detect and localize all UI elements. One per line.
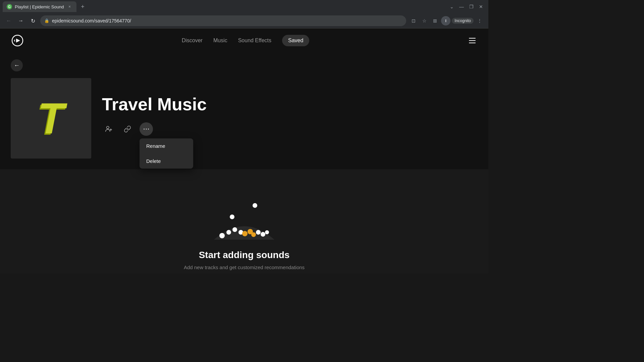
sound-visualization [197,196,291,250]
empty-state-title: Start adding sounds [199,250,290,260]
rename-option[interactable]: Rename [140,138,193,154]
extensions-icon[interactable]: ⋮ [475,16,484,25]
sidebar-toggle-icon[interactable]: ⊞ [430,16,440,25]
back-browser-button[interactable]: ← [4,16,13,25]
hamburger-menu[interactable] [467,35,478,46]
delete-option[interactable]: Delete [140,154,193,169]
playlist-info: Travel Music [102,78,478,136]
back-page-button[interactable]: ← [11,59,23,71]
playlist-actions: Rename Delete [102,122,478,136]
more-options-dropdown: Rename Delete [140,138,193,169]
app-container: Discover Music Sound Effects Saved ← T T… [0,28,488,274]
app-logo[interactable] [11,34,24,47]
svg-point-18 [265,230,269,234]
svg-point-1 [107,126,109,129]
nav-right [467,35,478,46]
incognito-badge: Incognito [452,18,474,24]
hamburger-line-2 [469,40,476,41]
nav-links: Discover Music Sound Effects Saved [182,35,310,46]
empty-state-subtitle: Add new tracks and get customized recomm… [184,264,305,270]
hamburger-line-1 [469,38,476,39]
more-icon [143,125,150,133]
toolbar-actions: ⊡ ☆ ⊞ I Incognito ⋮ [409,16,484,25]
playlist-artwork: T [11,78,91,159]
nav-sound-effects[interactable]: Sound Effects [238,38,271,44]
profile-button[interactable]: I [441,16,450,25]
svg-point-9 [219,233,225,238]
lock-icon: 🔒 [44,18,49,23]
dropdown-indicator[interactable]: ⌄ [450,4,454,9]
address-bar[interactable]: 🔒 epidemicsound.com/saved/17564770/ [40,15,406,26]
cast-icon[interactable]: ⊡ [409,16,418,25]
close-button[interactable]: ✕ [479,4,483,9]
tab-bar: G Playlist | Epidemic Sound × + ⌄ — ❐ ✕ [0,0,488,13]
svg-point-17 [261,232,265,237]
copy-link-button[interactable] [121,122,134,136]
reload-button[interactable]: ↻ [28,16,38,25]
svg-point-8 [230,215,234,219]
add-user-icon [105,125,112,133]
svg-point-11 [232,227,237,232]
nav-saved[interactable]: Saved [282,35,309,46]
minimize-button[interactable]: — [459,4,464,9]
new-tab-button[interactable]: + [78,2,87,11]
empty-state-section: Start adding sounds Add new tracks and g… [0,169,488,274]
app-nav: Discover Music Sound Effects Saved [0,28,488,53]
tab-title: Playlist | Epidemic Sound [15,4,64,9]
nav-music[interactable]: Music [213,38,227,44]
hamburger-line-3 [469,43,476,43]
browser-chrome: G Playlist | Epidemic Sound × + ⌄ — ❐ ✕ … [0,0,488,28]
restore-button[interactable]: ❐ [469,4,474,9]
tab-close-button[interactable]: × [66,4,72,10]
playlist-header: T Travel Music [0,78,488,169]
playlist-art-letter: T [38,97,64,140]
dots-svg [197,196,291,250]
epidemic-sound-logo [11,35,23,47]
svg-point-4 [144,129,145,130]
bookmark-icon[interactable]: ☆ [420,16,429,25]
app-content: ← T Travel Music [0,53,488,274]
nav-discover[interactable]: Discover [182,38,203,44]
svg-point-16 [256,230,261,235]
playlist-title: Travel Music [102,94,478,114]
svg-point-10 [226,230,231,235]
active-tab[interactable]: G Playlist | Epidemic Sound × [3,1,76,12]
toolbar-bar: ← → ↻ 🔒 epidemicsound.com/saved/17564770… [0,13,488,28]
svg-point-7 [253,203,257,208]
svg-point-6 [148,129,149,130]
svg-point-15 [251,232,256,237]
link-icon [124,125,131,133]
svg-point-5 [146,129,147,130]
more-options-button[interactable]: Rename Delete [140,122,153,136]
svg-point-13 [242,231,248,236]
window-controls: ⌄ — ❐ ✕ [450,4,486,9]
url-text: epidemicsound.com/saved/17564770/ [52,18,402,23]
add-collaborator-button[interactable] [102,122,115,136]
forward-browser-button[interactable]: → [16,16,25,25]
tab-favicon: G [7,4,12,9]
